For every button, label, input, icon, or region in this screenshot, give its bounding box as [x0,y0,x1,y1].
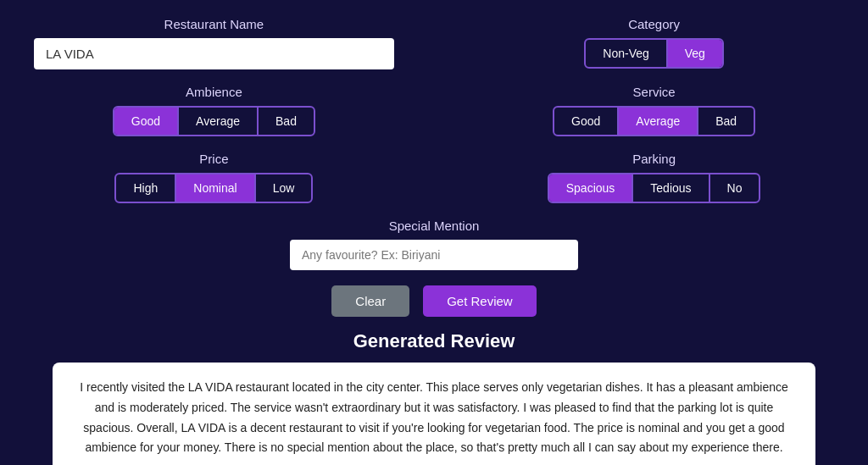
service-label: Service [633,85,676,99]
generated-review-title: Generated Review [34,330,834,352]
special-mention-section: Special Mention [34,219,834,270]
review-text: I recently visited the LA VIDA restauran… [78,378,790,458]
parking-toggle-group: Spacious Tedious No [548,173,761,203]
parking-spacious-btn[interactable]: Spacious [549,174,634,202]
ambience-good-btn[interactable]: Good [114,108,179,135]
get-review-button[interactable]: Get Review [423,285,537,317]
service-good-btn[interactable]: Good [554,108,619,135]
special-mention-label: Special Mention [389,219,480,233]
service-toggle-group: Good Average Bad [553,106,755,136]
action-row: Clear Get Review [34,285,834,317]
service-average-btn[interactable]: Average [619,108,698,135]
ambience-section: Ambience Good Average Bad [34,85,394,136]
price-toggle-group: High Nominal Low [114,173,313,203]
price-section: Price High Nominal Low [34,152,394,203]
service-section: Service Good Average Bad [474,85,834,136]
price-parking-row: Price High Nominal Low Parking Spacious … [34,152,834,203]
parking-tedious-btn[interactable]: Tedious [633,174,709,202]
category-veg-btn[interactable]: Veg [668,40,722,67]
clear-button-1[interactable]: Clear [331,285,409,317]
special-mention-input[interactable] [290,240,578,270]
category-label: Category [628,17,680,31]
service-bad-btn[interactable]: Bad [698,108,754,135]
category-non-veg-btn[interactable]: Non-Veg [586,40,667,67]
price-high-btn[interactable]: High [116,174,176,202]
ambience-label: Ambience [186,85,242,99]
review-box: I recently visited the LA VIDA restauran… [53,363,815,465]
ambience-average-btn[interactable]: Average [179,108,259,135]
price-nominal-btn[interactable]: Nominal [176,174,255,202]
page-container: Restaurant Name Category Non-Veg Veg Amb… [0,0,868,465]
category-toggle-group: Non-Veg Veg [584,38,724,69]
ambience-bad-btn[interactable]: Bad [259,108,314,135]
top-row: Restaurant Name Category Non-Veg Veg [34,17,834,69]
category-section: Category Non-Veg Veg [474,17,834,69]
restaurant-name-input[interactable] [34,38,394,69]
parking-section: Parking Spacious Tedious No [474,152,834,203]
price-low-btn[interactable]: Low [256,174,312,202]
price-label: Price [199,152,228,166]
ambience-service-row: Ambience Good Average Bad Service Good A… [34,85,834,136]
parking-no-btn[interactable]: No [710,174,760,202]
restaurant-name-label: Restaurant Name [164,17,264,31]
parking-label: Parking [632,152,676,166]
restaurant-name-section: Restaurant Name [34,17,394,69]
ambience-toggle-group: Good Average Bad [113,106,315,136]
